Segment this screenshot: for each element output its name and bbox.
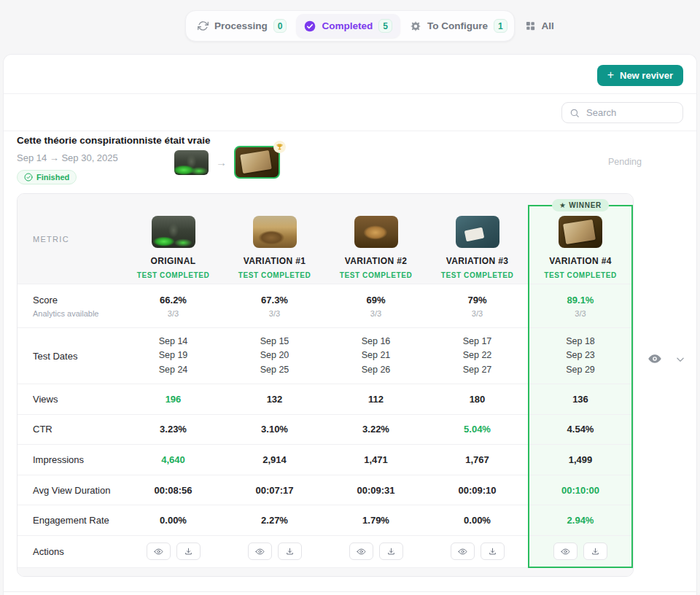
new-reviver-button[interactable]: + New reviver <box>597 65 683 86</box>
status-badge-finished: Finished <box>17 170 77 184</box>
main-card: + New reviver Cette théorie conspiration… <box>3 54 697 595</box>
metric-label-cell: CTR <box>18 415 122 445</box>
metric-value: 67.3% <box>261 295 288 306</box>
cell-engagement-rate-variation-3: 0.00% <box>427 505 528 535</box>
cell-ctr-variation-3: 5.04% <box>427 415 528 445</box>
cell-score-variation-4: 89.1%3/3 <box>528 284 633 327</box>
finished-label: Finished <box>36 173 69 182</box>
preview-action-button[interactable] <box>451 542 475 560</box>
search-box[interactable] <box>561 102 683 123</box>
test-date: Sep 24 <box>159 363 188 377</box>
column-header-variation-1: VARIATION #1TEST COMPLETED <box>224 194 325 284</box>
preview-button[interactable] <box>645 349 665 370</box>
cell-actions-variation-2 <box>325 536 427 567</box>
test-date: Sep 22 <box>463 349 492 362</box>
eye-icon <box>561 547 570 556</box>
column-header-variation-3: VARIATION #3TEST COMPLETED <box>427 194 528 284</box>
metric-value: 5.04% <box>464 424 491 435</box>
metric-column-header: METRIC <box>18 194 122 284</box>
thumbnail-variation-3[interactable] <box>456 216 499 248</box>
metric-value: 00:09:10 <box>458 485 496 496</box>
thumbnail-variation-4[interactable] <box>559 216 602 248</box>
preview-action-button[interactable] <box>147 542 171 560</box>
cell-views-variation-1: 132 <box>224 384 325 414</box>
column-status: TEST COMPLETED <box>137 271 210 279</box>
metrics-table: METRICORIGINALTEST COMPLETEDVARIATION #1… <box>17 193 634 577</box>
cell-impressions-variation-2: 1,471 <box>325 445 427 475</box>
download-action-button[interactable] <box>481 542 505 560</box>
thumbnail-variation-2[interactable] <box>354 216 398 248</box>
download-action-button[interactable] <box>278 542 302 560</box>
thumbnail-original[interactable] <box>152 216 195 248</box>
test-date: Sep 18 <box>566 335 595 349</box>
eye-icon <box>357 547 366 556</box>
cell-ctr-variation-1: 3.10% <box>224 415 325 445</box>
cell-actions-variation-4 <box>528 536 633 567</box>
expand-chevron-button[interactable] <box>672 352 688 368</box>
new-reviver-label: New reviver <box>620 70 673 81</box>
metric-label-cell: Avg View Duration <box>18 475 122 505</box>
metric-value: 136 <box>572 394 588 405</box>
metric-row-ctr: CTR3.23%3.10%3.22%5.04%4.54% <box>18 415 633 446</box>
test-date: Sep 21 <box>362 349 391 362</box>
cell-engagement-rate-variation-4: 2.94% <box>528 505 633 535</box>
cell-avg-view-duration-variation-2: 00:09:31 <box>325 475 427 505</box>
metric-label: Test Dates <box>33 351 77 362</box>
tab-to-configure[interactable]: To Configure 1 <box>402 14 516 38</box>
grid-icon <box>525 20 536 31</box>
metric-value: 2,914 <box>262 454 287 465</box>
eye-icon <box>255 547 265 556</box>
metric-header-label: METRIC <box>33 235 69 244</box>
tab-processing[interactable]: Processing 0 <box>190 14 295 38</box>
tab-completed[interactable]: Completed 5 <box>296 14 400 38</box>
test-date: Sep 29 <box>566 363 595 377</box>
metric-value: 69% <box>366 295 385 306</box>
cell-impressions-variation-1: 2,914 <box>224 445 325 475</box>
original-thumbnail[interactable] <box>174 150 209 175</box>
metric-row-score: ScoreAnalytics available66.2%3/367.3%3/3… <box>18 284 633 328</box>
winner-thumbnail[interactable] <box>234 146 280 179</box>
metric-subvalue: 3/3 <box>370 309 381 318</box>
download-action-button[interactable] <box>176 542 201 560</box>
preview-action-button[interactable] <box>553 542 578 560</box>
metric-subvalue: 3/3 <box>575 309 586 318</box>
column-status: TEST COMPLETED <box>441 271 514 279</box>
metric-value: 3.10% <box>261 424 288 435</box>
test-date: Sep 26 <box>362 363 391 377</box>
metric-subvalue: 3/3 <box>472 309 483 318</box>
thumbnail-variation-1[interactable] <box>253 216 297 248</box>
metric-value: 1,767 <box>465 454 489 465</box>
column-status: TEST COMPLETED <box>340 271 413 279</box>
winner-thumbnail-wrap <box>234 146 280 179</box>
metric-value: 00:07:17 <box>255 485 293 496</box>
metric-value: 1.79% <box>362 515 389 526</box>
tab-completed-label: Completed <box>322 20 373 31</box>
download-icon <box>488 547 497 556</box>
tab-processing-count: 0 <box>273 19 287 33</box>
download-action-button[interactable] <box>379 542 403 560</box>
metric-value: 3.23% <box>160 424 187 435</box>
divider <box>4 591 696 592</box>
test-title: Cette théorie conspirationniste était vr… <box>17 135 211 146</box>
cell-actions-variation-1 <box>224 536 325 567</box>
metric-label-cell: Engagement Rate <box>18 505 122 535</box>
metric-value: 112 <box>368 394 384 405</box>
gear-icon <box>410 20 421 32</box>
metric-label-cell: Impressions <box>18 445 122 475</box>
tab-processing-label: Processing <box>214 20 268 31</box>
metric-value: 1,499 <box>569 454 593 465</box>
test-date: Sep 15 <box>260 335 289 349</box>
metric-label-cell: Actions <box>18 536 122 567</box>
metric-value: 1,471 <box>364 454 388 465</box>
tab-all[interactable]: All <box>517 15 562 36</box>
search-input[interactable] <box>585 106 675 119</box>
metric-value: 2.94% <box>567 515 594 526</box>
download-action-button[interactable] <box>583 542 607 560</box>
preview-action-button[interactable] <box>248 542 272 560</box>
cell-avg-view-duration-variation-4: 00:10:00 <box>528 475 633 505</box>
preview-action-button[interactable] <box>349 542 373 560</box>
metric-value: 132 <box>267 394 283 405</box>
metric-label-cell: Views <box>18 384 122 414</box>
cell-ctr-variation-2: 3.22% <box>325 415 427 445</box>
test-date: Sep 27 <box>463 363 492 377</box>
